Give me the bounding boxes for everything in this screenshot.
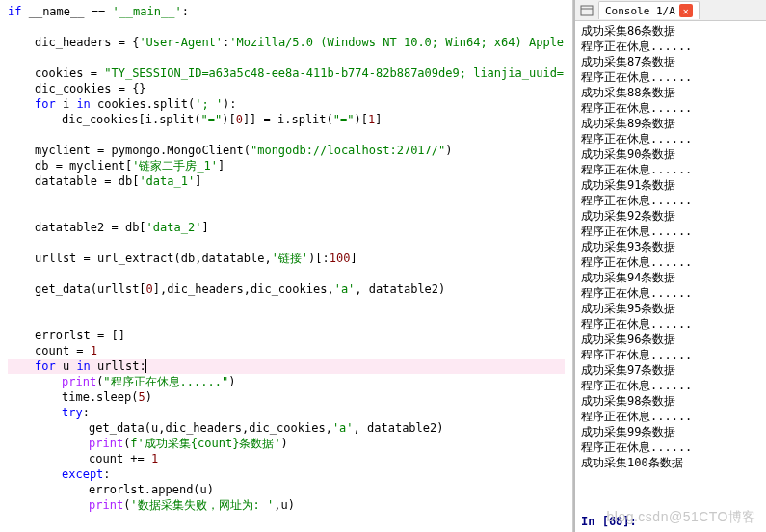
console-line: 程序正在休息...... [581,193,760,208]
console-output[interactable]: 成功采集86条数据程序正在休息......成功采集87条数据程序正在休息....… [575,21,766,511]
console-line: 程序正在休息...... [581,285,760,301]
console-line: 程序正在休息...... [581,347,760,362]
console-line: 程序正在休息...... [581,439,760,455]
console-line: 程序正在休息...... [581,409,760,424]
console-line: 成功采集86条数据 [581,23,760,39]
console-line: 程序正在休息...... [581,378,760,393]
console-line: 成功采集90条数据 [581,146,760,162]
console-line: 成功采集99条数据 [581,424,760,439]
svg-rect-0 [581,6,593,15]
code-editor[interactable]: if __name__ == '__main__': dic_headers =… [0,0,573,532]
console-tab[interactable]: Console 1/A ✕ [598,1,700,19]
console-line: 成功采集97条数据 [581,362,760,378]
console-line: 程序正在休息...... [581,162,760,177]
console-line: 成功采集94条数据 [581,270,760,285]
console-line: 成功采集100条数据 [581,455,760,470]
console-line: 程序正在休息...... [581,131,760,146]
console-panel: Console 1/A ✕ 成功采集86条数据程序正在休息......成功采集8… [573,0,766,532]
console-line: 成功采集93条数据 [581,239,760,254]
console-line: 成功采集88条数据 [581,85,760,100]
console-line: 成功采集98条数据 [581,393,760,409]
console-line: 成功采集96条数据 [581,332,760,347]
console-line: 成功采集95条数据 [581,301,760,316]
console-line: 成功采集87条数据 [581,54,760,69]
options-icon[interactable] [579,3,594,18]
console-prompt[interactable]: In [68]: [575,511,766,532]
console-line: 程序正在休息...... [581,100,760,116]
console-line: 成功采集92条数据 [581,208,760,224]
console-line: 程序正在休息...... [581,254,760,270]
console-line: 成功采集89条数据 [581,116,760,131]
console-line: 成功采集91条数据 [581,177,760,193]
close-icon[interactable]: ✕ [679,4,693,17]
ide-container: if __name__ == '__main__': dic_headers =… [0,0,766,532]
console-line: 程序正在休息...... [581,39,760,54]
console-line: 程序正在休息...... [581,69,760,85]
console-tab-label: Console 1/A [605,5,675,17]
console-line: 程序正在休息...... [581,224,760,239]
console-tabs: Console 1/A ✕ [575,0,766,21]
console-line: 程序正在休息...... [581,316,760,332]
